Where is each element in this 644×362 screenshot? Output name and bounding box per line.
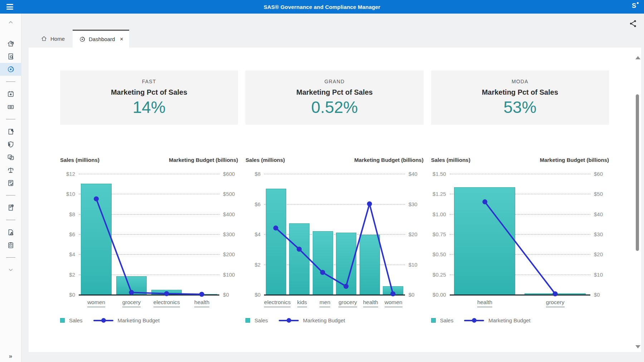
category-axis: electronicskidsmengroceryhealthwomen	[264, 299, 405, 307]
right-axis-tick: $60	[594, 171, 603, 177]
category-label-women[interactable]: women	[385, 299, 402, 307]
home-report-icon	[7, 40, 15, 48]
budget-point-men	[320, 270, 325, 275]
sidebar-item-clipboard-check[interactable]	[0, 239, 21, 252]
right-axis-tick: $10	[409, 261, 418, 267]
left-axis-tick: $0.50	[433, 251, 446, 257]
budget-legend-label[interactable]: Marketing Budget	[118, 317, 160, 323]
right-axis-tick: $500	[223, 191, 235, 197]
sidebar-item-file-search[interactable]	[0, 50, 21, 63]
sales-legend-label[interactable]: Sales	[254, 317, 268, 323]
sas-logo-icon[interactable]: S	[632, 2, 636, 10]
chart-moda: Sales (millions) Marketing Budget (billi…	[431, 157, 609, 323]
scrollbar-thumb[interactable]	[636, 94, 639, 251]
category-label-men[interactable]: men	[319, 299, 330, 307]
tab-home[interactable]: Home	[33, 30, 73, 48]
sales-legend-swatch[interactable]	[431, 318, 436, 323]
left-axis-tick: $8	[69, 211, 75, 217]
right-axis-tick: $30	[409, 201, 418, 207]
kpi-value: 0.52%	[311, 98, 358, 117]
sidebar-item-file-check[interactable]	[0, 177, 21, 189]
sidebar-item-money[interactable]	[0, 100, 21, 113]
budget-point-women	[391, 291, 396, 296]
category-label-grocery[interactable]: grocery	[338, 299, 357, 307]
right-axis-tick: $10	[594, 271, 603, 277]
sidebar-item-file-gear[interactable]	[0, 201, 21, 214]
category-axis: womengroceryelectronicshealth	[79, 299, 219, 307]
category-label-health[interactable]: health	[194, 299, 209, 307]
category-label-grocery[interactable]: grocery	[122, 299, 141, 307]
sidebar-item-file-warning[interactable]	[0, 226, 21, 239]
sidebar-divider	[6, 119, 15, 119]
chevron-down-icon	[7, 266, 15, 274]
kpi-card-moda[interactable]: MODA Marketing Pct of Sales 53%	[431, 70, 609, 125]
share-icon[interactable]	[629, 19, 638, 29]
top-app-bar: SAS® Governance and Compliance Manager S	[0, 0, 644, 14]
budget-legend-line[interactable]	[93, 320, 113, 321]
sidebar-item-shield-lock[interactable]	[0, 138, 21, 151]
chart-fast: Sales (millions) Marketing Budget (billi…	[60, 157, 238, 323]
right-axis-tick: $30	[594, 231, 603, 237]
dashboard-icon	[79, 36, 86, 43]
budget-legend-label[interactable]: Marketing Budget	[488, 317, 531, 323]
category-label-women[interactable]: women	[87, 299, 105, 307]
category-label-kids[interactable]: kids	[297, 299, 307, 307]
plot-area[interactable]: $0$0$2$10$4$20$6$30$8$40	[264, 174, 405, 296]
tab-dashboard[interactable]: Dashboard ✕	[73, 30, 129, 48]
chevron-up-icon	[7, 18, 15, 26]
sales-legend-swatch[interactable]	[60, 318, 65, 323]
right-axis-tick: $100	[223, 271, 235, 277]
plot-area[interactable]: $0$0$2$100$4$200$6$300$8$400$10$500$12$6…	[79, 174, 219, 296]
vertical-scrollbar[interactable]	[635, 50, 640, 350]
left-axis-title: Sales (millions)	[60, 157, 99, 163]
file-gear-icon	[7, 204, 15, 212]
sidebar-item-chevron-down[interactable]	[0, 263, 21, 276]
charts-row: Sales (millions) Marketing Budget (billi…	[60, 157, 609, 323]
sidebar-item-file-pin[interactable]	[0, 125, 21, 138]
kpi-metric: Marketing Pct of Sales	[111, 88, 187, 96]
kpi-card-grand[interactable]: GRAND Marketing Pct of Sales 0.52%	[245, 70, 423, 125]
file-search-icon	[7, 53, 15, 60]
plot-area[interactable]: $0.00$0$0.25$10$0.50$20$0.75$30$1.00$40$…	[450, 174, 590, 296]
close-tab-icon[interactable]: ✕	[119, 36, 123, 42]
sidebar-item-scales[interactable]	[0, 164, 21, 177]
right-axis-tick: $0	[594, 292, 600, 298]
category-label-grocery[interactable]: grocery	[546, 299, 565, 307]
scroll-down-icon[interactable]	[635, 345, 640, 348]
scales-icon	[7, 166, 15, 174]
left-axis-tick: $0.00	[433, 292, 446, 298]
main-area: Home Dashboard ✕ FAST Marketing Pct of S…	[21, 14, 644, 362]
sales-legend-label[interactable]: Sales	[69, 317, 83, 323]
scroll-up-icon[interactable]	[635, 56, 640, 59]
budget-point-health	[199, 292, 204, 297]
budget-point-grocery	[552, 291, 557, 296]
sidebar-item-dashboard-gauge[interactable]	[0, 63, 21, 76]
left-axis-tick: $1.00	[433, 211, 446, 217]
right-axis-tick: $50	[594, 191, 603, 197]
sales-legend-swatch[interactable]	[245, 318, 250, 323]
sales-legend-label[interactable]: Sales	[440, 317, 454, 323]
budget-legend-line[interactable]	[464, 320, 484, 321]
right-axis-tick: $0	[409, 292, 415, 298]
left-axis-title: Sales (millions)	[431, 157, 470, 163]
sidebar-item-dice[interactable]	[0, 151, 21, 164]
sidebar-expand-double-chevron-right-icon[interactable]: »	[9, 353, 12, 360]
sidebar-divider	[6, 195, 15, 195]
category-label-electronics[interactable]: electronics	[264, 299, 291, 307]
budget-legend-line[interactable]	[279, 320, 299, 321]
category-label-electronics[interactable]: electronics	[153, 299, 180, 307]
kpi-card-fast[interactable]: FAST Marketing Pct of Sales 14%	[60, 70, 238, 125]
budget-legend-label[interactable]: Marketing Budget	[303, 317, 345, 323]
dashboard-canvas: FAST Marketing Pct of Sales 14% GRAND Ma…	[29, 48, 641, 352]
kpi-metric: Marketing Pct of Sales	[296, 88, 372, 96]
file-check-icon	[7, 179, 15, 187]
chart-legend: Sales Marketing Budget	[431, 317, 609, 323]
category-label-health[interactable]: health	[363, 299, 378, 307]
left-axis-tick: $1.25	[433, 191, 446, 197]
right-axis-title: Marketing Budget (billions)	[169, 157, 238, 163]
sidebar-item-calendar-star[interactable]	[0, 88, 21, 100]
sidebar-item-home-report[interactable]	[0, 37, 21, 50]
category-label-health[interactable]: health	[477, 299, 492, 307]
sidebar-item-chevron-up[interactable]	[0, 17, 21, 27]
budget-point-kids	[297, 247, 302, 252]
